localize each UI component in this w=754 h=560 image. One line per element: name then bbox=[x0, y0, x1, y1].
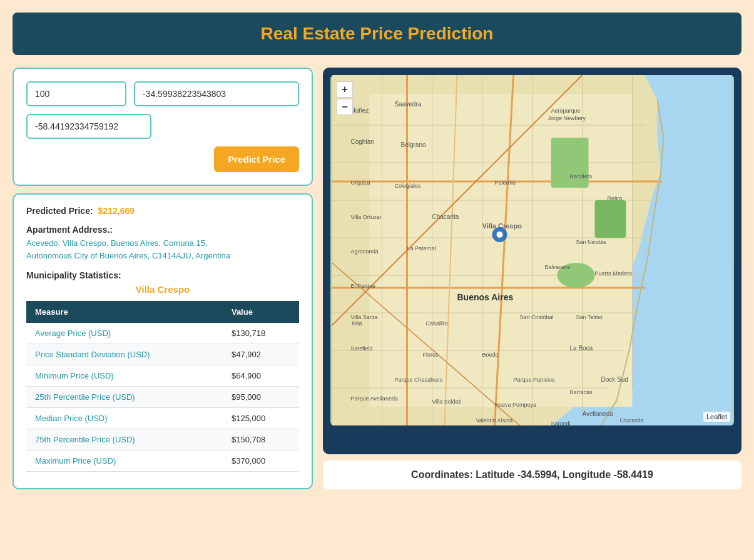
svg-text:Dock Sud: Dock Sud bbox=[601, 376, 628, 383]
svg-text:Coghlan: Coghlan bbox=[351, 138, 374, 145]
map-controls: + − bbox=[337, 81, 353, 115]
longitude-input[interactable] bbox=[26, 114, 151, 139]
measure-cell: Price Standard Deviation (USD) bbox=[26, 344, 223, 365]
svg-text:Colegiales: Colegiales bbox=[395, 183, 422, 189]
predicted-price-value: $212,669 bbox=[98, 206, 135, 216]
zoom-in-button[interactable]: + bbox=[337, 81, 353, 98]
left-panel: Predict Price Predicted Price: $212,669 … bbox=[13, 68, 313, 489]
input-section: Predict Price bbox=[13, 68, 313, 186]
svg-text:Caballito: Caballito bbox=[426, 320, 448, 327]
svg-text:Valentín Alsina: Valentín Alsina bbox=[476, 417, 513, 424]
svg-text:Sarsfield: Sarsfield bbox=[351, 345, 373, 352]
coordinates-box: Coordinates: Latitude -34.5994, Longitud… bbox=[323, 461, 741, 489]
svg-text:Flores: Flores bbox=[423, 352, 439, 358]
table-row: Median Price (USD)$125,000 bbox=[26, 408, 299, 429]
measure-cell: Maximum Price (USD) bbox=[26, 451, 223, 472]
svg-text:Buenos Aires: Buenos Aires bbox=[457, 292, 514, 302]
size-input[interactable] bbox=[26, 81, 126, 106]
svg-text:Barracas: Barracas bbox=[570, 389, 593, 395]
svg-text:Balvanera: Balvanera bbox=[545, 264, 571, 270]
svg-text:Crucecita: Crucecita bbox=[620, 417, 644, 424]
table-row: 25th Percentile Price (USD)$95,000 bbox=[26, 387, 299, 408]
svg-text:San Nicolás: San Nicolás bbox=[576, 239, 607, 245]
predict-price-button[interactable]: Predict Price bbox=[214, 146, 299, 172]
svg-text:El Parque: El Parque bbox=[351, 283, 376, 289]
page-wrapper: Real Estate Price Prediction Predict Pri… bbox=[13, 13, 741, 489]
value-cell: $47,902 bbox=[223, 344, 299, 365]
svg-text:Rita: Rita bbox=[352, 320, 362, 327]
table-row: Average Price (USD)$130,718 bbox=[26, 323, 299, 344]
municipality-label: Municipality Statistics: bbox=[26, 270, 299, 280]
right-panel: Núñez Saavedra Coghlan Belgrano Aeroparq… bbox=[323, 68, 741, 489]
measure-cell: Minimum Price (USD) bbox=[26, 365, 223, 387]
svg-rect-25 bbox=[595, 200, 626, 238]
municipality-section: Municipality Statistics: Villa Crespo Me… bbox=[26, 270, 299, 472]
predicted-price-row: Predicted Price: $212,669 bbox=[26, 206, 299, 216]
header-banner: Real Estate Price Prediction bbox=[13, 13, 741, 55]
value-cell: $95,000 bbox=[223, 387, 299, 408]
measure-cell: Average Price (USD) bbox=[26, 323, 223, 344]
latitude-input[interactable] bbox=[134, 81, 299, 106]
svg-text:Parque Avellaneda: Parque Avellaneda bbox=[351, 395, 398, 402]
svg-text:Villa Ortúzar: Villa Ortúzar bbox=[351, 214, 382, 220]
svg-text:La Paternal: La Paternal bbox=[407, 245, 436, 252]
input-row-2 bbox=[26, 114, 299, 139]
svg-text:La Boca: La Boca bbox=[570, 345, 593, 352]
address-value: Acevedo, Villa Crespo, Buenos Aires, Com… bbox=[26, 237, 299, 262]
statistics-table: Measure Value Average Price (USD)$130,71… bbox=[26, 301, 299, 472]
map-inner[interactable]: Núñez Saavedra Coghlan Belgrano Aeroparq… bbox=[330, 75, 734, 425]
svg-text:Saavedra: Saavedra bbox=[395, 101, 422, 108]
municipality-name: Villa Crespo bbox=[26, 284, 299, 295]
page-title: Real Estate Price Prediction bbox=[38, 24, 716, 44]
col-value: Value bbox=[223, 301, 299, 323]
svg-text:Recoleta: Recoleta bbox=[570, 173, 593, 180]
table-row: Price Standard Deviation (USD)$47,902 bbox=[26, 344, 299, 365]
svg-text:Belgrano: Belgrano bbox=[401, 141, 426, 148]
svg-text:Palermo: Palermo bbox=[495, 180, 516, 186]
svg-text:Boedo: Boedo bbox=[482, 352, 499, 358]
svg-text:Retiro: Retiro bbox=[608, 195, 623, 201]
table-row: Minimum Price (USD)$64,900 bbox=[26, 365, 299, 387]
col-measure: Measure bbox=[26, 301, 223, 323]
main-content: Predict Price Predicted Price: $212,669 … bbox=[13, 68, 741, 489]
value-cell: $150,708 bbox=[223, 429, 299, 451]
measure-cell: 75th Percentile Price (USD) bbox=[26, 429, 223, 451]
button-row: Predict Price bbox=[26, 146, 299, 172]
svg-text:Villa Soldati: Villa Soldati bbox=[432, 399, 462, 405]
svg-point-70 bbox=[497, 232, 503, 238]
table-row: Maximum Price (USD)$370,000 bbox=[26, 451, 299, 472]
zoom-out-button[interactable]: − bbox=[337, 99, 353, 115]
address-label: Apartment Address.: bbox=[26, 225, 299, 235]
predicted-price-label: Predicted Price: bbox=[26, 206, 93, 216]
leaflet-badge: Leaflet bbox=[703, 412, 730, 422]
table-header-row: Measure Value bbox=[26, 301, 299, 323]
value-cell: $64,900 bbox=[223, 365, 299, 387]
svg-text:Agronomía: Agronomía bbox=[351, 248, 379, 255]
svg-text:Urquiza: Urquiza bbox=[351, 180, 370, 186]
svg-text:San Telmo: San Telmo bbox=[576, 314, 603, 320]
svg-text:Sarandi: Sarandi bbox=[551, 420, 571, 425]
svg-text:Parque Chacabuco: Parque Chacabuco bbox=[395, 377, 443, 383]
value-cell: $370,000 bbox=[223, 451, 299, 472]
results-section: Predicted Price: $212,669 Apartment Addr… bbox=[13, 193, 313, 489]
measure-cell: Median Price (USD) bbox=[26, 408, 223, 429]
svg-text:Jorge Newbery: Jorge Newbery bbox=[548, 115, 586, 121]
map-svg: Núñez Saavedra Coghlan Belgrano Aeroparq… bbox=[330, 75, 734, 425]
svg-text:Parque Patricios: Parque Patricios bbox=[514, 377, 556, 383]
svg-text:Núñez: Núñez bbox=[351, 107, 369, 114]
value-cell: $130,718 bbox=[223, 323, 299, 344]
svg-text:Chacarita: Chacarita bbox=[432, 213, 459, 220]
svg-text:Villa Santa: Villa Santa bbox=[351, 314, 378, 320]
svg-text:Avellaneda: Avellaneda bbox=[583, 410, 614, 417]
svg-text:San Cristóbal: San Cristóbal bbox=[520, 314, 554, 320]
table-row: 75th Percentile Price (USD)$150,708 bbox=[26, 429, 299, 451]
measure-cell: 25th Percentile Price (USD) bbox=[26, 387, 223, 408]
svg-rect-24 bbox=[551, 138, 589, 188]
svg-text:Aeroparque: Aeroparque bbox=[551, 108, 581, 114]
svg-text:Nueva Pompeya: Nueva Pompeya bbox=[495, 402, 537, 408]
input-row-1 bbox=[26, 81, 299, 106]
svg-text:Puerto Madero: Puerto Madero bbox=[595, 270, 633, 277]
map-container: Núñez Saavedra Coghlan Belgrano Aeroparq… bbox=[323, 68, 741, 454]
value-cell: $125,000 bbox=[223, 408, 299, 429]
coordinates-text: Coordinates: Latitude -34.5994, Longitud… bbox=[411, 469, 653, 480]
